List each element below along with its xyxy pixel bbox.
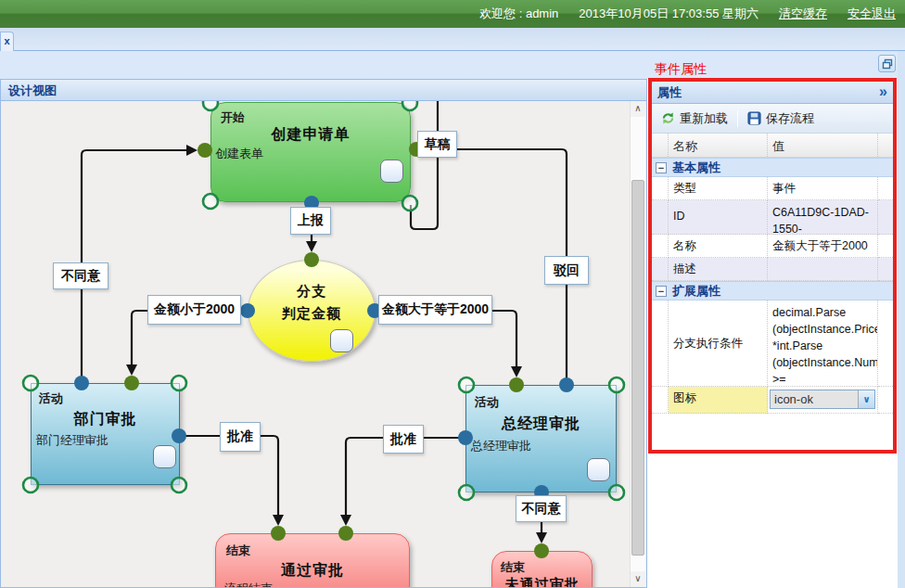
right-edge-strip [898,51,905,588]
property-value[interactable]: C6A11D9C-1DAD-1550- 6FDB-CD94BC3A9BED [768,200,878,235]
save-button-label: 保存流程 [766,110,814,127]
name-column-header[interactable]: 名称 [669,134,768,157]
reload-button-label: 重新加载 [680,110,728,127]
value-column-header[interactable]: 值 [768,134,878,157]
flow-canvas[interactable]: 开始 创建申请单 创建表单 分支 判定金额 活动 部门审批 部门经理审批 活动 … [1,101,646,587]
properties-toolbar: 重新加载 保存流程 [652,104,893,134]
node-title: 通过审批 [216,561,409,581]
window-restore-button[interactable] [878,55,896,72]
content-top-strip [0,51,905,79]
group-label: 扩展属性 [672,283,720,300]
gutter-column-header [652,134,669,157]
edge-label-approve-right[interactable]: 批准 [383,425,424,454]
property-row-description: 描述 [652,258,893,281]
tab-close-button[interactable]: x [0,32,14,51]
edge-label-amount-gte-2000[interactable]: 金额大于等于2000 [378,295,492,325]
scroll-up-button[interactable]: ∧ [631,101,645,117]
group-row-basic[interactable]: − 基本属性 [652,158,893,177]
design-view-header: 设计视图 [0,79,647,101]
dept-state-icon[interactable] [153,445,176,468]
properties-header: 属性 » [652,82,893,104]
property-row-icon: 图标 icon-ok ∨ [652,387,893,414]
node-end-pass[interactable]: 结束 通过审批 流程结束 [215,533,410,587]
property-value[interactable]: decimal.Parse (objectInstance.Price) *in… [768,300,878,387]
property-grid: 名称 值 − 基本属性 类型 事件 ID C6A11D9C-1DAD-1550-… [652,134,893,414]
node-type-label: 结束 [226,543,250,559]
property-row-id: ID C6A11D9C-1DAD-1550- 6FDB-CD94BC3A9BED [652,200,893,235]
node-type-label: 活动 [475,394,499,411]
node-title: 部门审批 [32,410,179,429]
property-row-name: 名称 金额大于等于2000 [652,235,893,258]
edge-hook [411,101,438,229]
node-title: 判定金额 [249,305,375,323]
edge-label-reject[interactable]: 驳回 [544,256,589,285]
node-type-label: 分支 [249,283,375,300]
save-disk-icon [747,111,761,125]
group-row-extended[interactable]: − 扩展属性 [652,281,893,300]
node-type-label: 活动 [39,390,63,407]
icon-combobox-value[interactable]: icon-ok [771,390,859,408]
node-sub-label: 流程结束 [224,581,273,587]
edge-label-amount-lt-2000[interactable]: 金额小于2000 [147,295,241,325]
clear-cache-link[interactable]: 清空缓存 [779,6,827,22]
property-value[interactable]: 金额大于等于2000 [768,235,878,258]
gm-state-icon[interactable] [587,458,610,481]
property-name: 名称 [669,235,768,258]
property-name: 描述 [669,258,768,281]
collapse-group-icon[interactable]: − [656,286,667,297]
properties-panel-highlight: 属性 » 重新加载 保存流程 名称 值 [648,78,897,454]
logout-link[interactable]: 安全退出 [848,6,896,22]
properties-header-label: 属性 [657,85,682,99]
edge-label-draft[interactable]: 草稿 [417,131,457,158]
property-name: 类型 [669,177,768,200]
node-title: 创建申请单 [211,125,410,145]
combobox-dropdown-icon[interactable]: ∨ [859,390,874,408]
property-row-type: 类型 事件 [652,177,893,200]
tab-bar [0,28,905,51]
collapse-group-icon[interactable]: − [656,162,667,173]
node-title: 未通过审批 [492,576,592,587]
property-value[interactable] [768,258,878,281]
edge-label-submit[interactable]: 上报 [290,207,331,235]
event-properties-title: 事件属性 [655,61,707,78]
restore-window-icon [882,58,893,70]
node-sub-label: 总经理审批 [471,438,531,454]
edge-label-disagree-left[interactable]: 不同意 [53,262,108,289]
property-name: 分支执行条件 [669,300,768,387]
node-dept-approval[interactable]: 活动 部门审批 部门经理审批 [31,383,180,485]
form-state-icon[interactable] [380,160,403,183]
datetime-text: 2013年10月05日 17:03:55 星期六 [579,6,758,22]
welcome-text: 欢迎您 : admin [479,6,558,22]
refresh-icon [661,111,675,125]
icon-combobox[interactable]: icon-ok ∨ [770,390,875,409]
grid-column-headers: 名称 值 [652,134,893,158]
node-branch[interactable]: 分支 判定金额 [248,260,376,362]
node-type-label: 开始 [221,109,245,126]
collapse-panel-icon[interactable]: » [879,82,887,102]
node-gm-approval[interactable]: 活动 总经理审批 总经理审批 [465,385,617,492]
node-sub-label: 创建表单 [215,146,263,162]
save-process-button[interactable]: 保存流程 [744,108,818,130]
group-label: 基本属性 [672,160,720,176]
canvas-vertical-scrollbar[interactable]: ∧ ∨ [630,101,645,587]
node-start[interactable]: 开始 创建申请单 创建表单 [210,102,411,202]
node-end-fail[interactable]: 结束 未通过审批 [491,551,593,587]
filler-column-header [878,134,893,157]
property-name: 图标 [669,387,768,414]
node-sub-label: 部门经理审批 [36,432,108,449]
toolbar-separator [737,110,738,127]
branch-state-icon[interactable] [330,329,353,352]
edge-label-approve-left[interactable]: 批准 [220,422,261,452]
top-bar: 欢迎您 : admin 2013年10月05日 17:03:55 星期六 清空缓… [0,0,905,28]
scroll-thumb[interactable] [631,180,644,556]
scroll-down-button[interactable]: ∨ [631,571,645,587]
edge-label-disagree-bottom[interactable]: 不同意 [516,495,567,522]
reload-button[interactable]: 重新加载 [657,108,732,130]
property-row-condition: 分支执行条件 decimal.Parse (objectInstance.Pri… [652,300,893,387]
node-type-label: 结束 [501,559,525,576]
property-name: ID [669,200,768,235]
property-value[interactable]: 事件 [768,177,878,200]
node-title: 总经理审批 [466,415,616,434]
